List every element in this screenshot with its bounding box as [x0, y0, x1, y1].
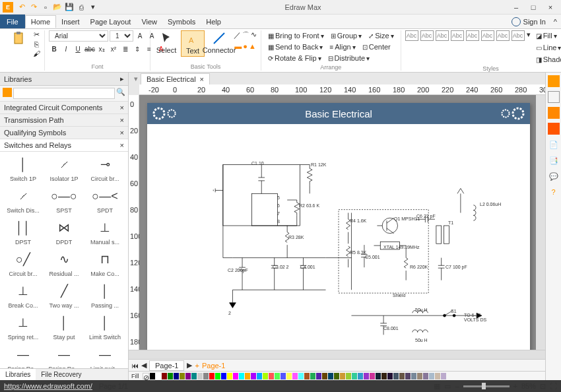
redo-button[interactable]: ↷	[29, 3, 38, 12]
print-button[interactable]: ⎙	[77, 3, 86, 12]
font-family-select[interactable]: Arial	[49, 30, 108, 42]
color-swatch[interactable]	[328, 373, 333, 379]
scrollbar-horizontal[interactable]	[129, 350, 545, 359]
copy-button[interactable]: ⎘	[34, 40, 39, 48]
color-swatch[interactable]	[358, 373, 363, 379]
color-swatch[interactable]	[441, 373, 446, 379]
cut-button[interactable]: ✂	[34, 30, 40, 39]
shadow-button[interactable]: ◨ Shadow▾	[533, 54, 561, 65]
color-swatch[interactable]	[346, 373, 351, 379]
fit-page-button[interactable]: ⊡	[540, 382, 546, 391]
font-size-select[interactable]: 10	[110, 30, 133, 42]
minimize-button[interactable]: –	[508, 1, 524, 13]
style-preset[interactable]: Abc	[481, 30, 494, 41]
shape-item[interactable]: ⟋Switch Dis...	[6, 186, 40, 214]
shape-item[interactable]: ○—○SPST	[47, 186, 81, 214]
canvas[interactable]: Basic Electrical	[139, 95, 536, 350]
italic-button[interactable]: I	[61, 44, 71, 54]
shape-item[interactable]: ╱Two way ...	[47, 281, 81, 309]
shape-item[interactable]: ⟋Isolator 1P	[47, 154, 81, 182]
zoom-in-button[interactable]: +	[513, 382, 517, 390]
color-swatch[interactable]	[393, 373, 399, 379]
color-swatch[interactable]	[215, 373, 220, 379]
connector-tool-button[interactable]: Connector	[207, 30, 231, 55]
export-button[interactable]: 📑	[548, 154, 560, 166]
group-button[interactable]: ⊞ Group▾	[328, 30, 365, 41]
color-swatch[interactable]	[156, 373, 161, 379]
style-preset[interactable]: Abc	[512, 30, 525, 41]
shape-item[interactable]: ⊥Break Co...	[6, 281, 40, 309]
align-button[interactable]: ≡ Align▾	[327, 42, 358, 52]
color-swatch[interactable]	[322, 373, 327, 379]
color-swatch[interactable]	[370, 373, 375, 379]
shape-item[interactable]: ○╱Circuit br...	[6, 249, 40, 277]
color-swatch[interactable]	[180, 373, 185, 379]
file-tab[interactable]: File	[0, 15, 25, 28]
color-swatch[interactable]	[197, 373, 203, 379]
color-swatch[interactable]	[263, 373, 268, 379]
color-swatch[interactable]	[304, 373, 310, 379]
tab-home[interactable]: Home	[25, 15, 56, 28]
next-page-button[interactable]: ▶	[187, 361, 192, 370]
color-swatch[interactable]	[257, 373, 262, 379]
color-swatch[interactable]	[316, 373, 321, 379]
color-swatch[interactable]	[185, 373, 191, 379]
zoom-out-button[interactable]: –	[455, 382, 459, 390]
color-swatch[interactable]	[376, 373, 381, 379]
page-tab[interactable]: Page-1	[149, 360, 184, 371]
shape-item[interactable]: ⊥Manual s...	[88, 218, 122, 245]
strike-button[interactable]: abc	[84, 44, 95, 54]
grow-font-button[interactable]: A	[135, 30, 145, 41]
no-fill-swatch[interactable]: ⊘	[143, 373, 149, 379]
comment-button[interactable]: 💬	[548, 170, 560, 182]
new-button[interactable]: ▫	[41, 3, 50, 12]
arc-shape-button[interactable]: ⌒	[242, 30, 249, 40]
close-document-button[interactable]: ×	[200, 75, 204, 83]
paste-button[interactable]	[7, 30, 30, 46]
drawing-page[interactable]: Basic Electrical	[147, 103, 530, 350]
bullets-button[interactable]: ≣	[120, 44, 131, 54]
shape-item[interactable]: —Spring Re...	[47, 344, 81, 368]
color-swatch[interactable]	[417, 373, 422, 379]
library-category[interactable]: Integrated Circuit Components×	[0, 102, 128, 114]
color-swatch[interactable]	[280, 373, 286, 379]
color-swatch[interactable]	[298, 373, 304, 379]
rect-shape-button[interactable]: ▬	[234, 42, 242, 50]
select-tool-button[interactable]: Select	[154, 30, 178, 55]
library-category[interactable]: Switches and Relays×	[0, 139, 128, 152]
color-swatch[interactable]	[381, 373, 387, 379]
color-swatch[interactable]	[340, 373, 345, 379]
line-spacing-button[interactable]: ⇕	[132, 44, 143, 54]
color-swatch[interactable]	[429, 373, 434, 379]
shape-item[interactable]: ○—<SPDT	[88, 186, 122, 214]
styles-more-button[interactable]: ▾	[527, 30, 531, 41]
collapse-ribbon-button[interactable]: ^	[550, 18, 561, 26]
prev-page-button[interactable]: ◀	[141, 361, 147, 370]
color-swatch[interactable]	[435, 373, 440, 379]
color-swatch[interactable]	[275, 373, 280, 379]
color-swatch[interactable]	[209, 373, 214, 379]
shape-item[interactable]: ∿Residual ...	[47, 249, 81, 277]
style-preset[interactable]: Abc	[405, 30, 418, 41]
color-swatch[interactable]	[405, 373, 411, 379]
shape-item[interactable]: │Stay put	[47, 313, 81, 341]
superscript-button[interactable]: x²	[108, 44, 119, 54]
color-swatch[interactable]	[221, 373, 226, 379]
format-painter-button[interactable]: 🖌	[33, 49, 40, 57]
polygon-shape-button[interactable]: ▲	[249, 42, 256, 50]
shape-item[interactable]: │Switch 1P	[6, 154, 40, 182]
color-swatch[interactable]	[423, 373, 428, 379]
color-swatch[interactable]	[286, 373, 292, 379]
color-swatch[interactable]	[269, 373, 274, 379]
shape-item[interactable]: —Spring Re...	[6, 344, 40, 368]
scrollbar-vertical[interactable]	[536, 95, 545, 350]
color-swatch[interactable]	[168, 373, 173, 379]
color-swatch[interactable]	[203, 373, 209, 379]
action-button[interactable]	[548, 123, 560, 135]
line-shape-button[interactable]: ／	[234, 30, 241, 40]
shape-item[interactable]: —Limit swit...	[88, 344, 122, 368]
undo-button[interactable]: ↶	[17, 3, 26, 12]
first-page-button[interactable]: ⏮	[131, 362, 139, 370]
size-button[interactable]: ⤢ Size▾	[366, 30, 396, 41]
color-swatch[interactable]	[174, 373, 179, 379]
